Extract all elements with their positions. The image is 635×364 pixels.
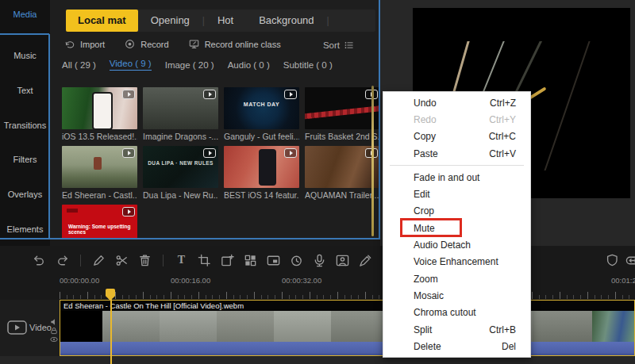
timeline-panel: T 00:00:00.00 00:00:16.00 00:00:32.00 00… bbox=[0, 246, 635, 364]
menu-item-shortcut: Ctrl+Y bbox=[489, 114, 516, 125]
menu-item-chroma-cutout[interactable]: Chroma cutout bbox=[383, 305, 530, 321]
ruler-timestamp: 00:00:32.00 bbox=[282, 276, 321, 285]
media-item-label: Fruits Basket 2nd S... bbox=[305, 132, 380, 141]
video-track-icon bbox=[7, 320, 27, 335]
toolbar-divider bbox=[80, 255, 81, 266]
sidebar-item-elements[interactable]: Elements bbox=[0, 221, 50, 237]
edit-pencil-button[interactable] bbox=[91, 253, 106, 268]
import-button[interactable]: Import bbox=[64, 38, 105, 50]
delete-trash-button[interactable] bbox=[137, 253, 152, 268]
portrait-cutout-button[interactable] bbox=[335, 253, 350, 268]
text-tool-button[interactable]: T bbox=[174, 253, 189, 268]
menu-item-split[interactable]: SplitCtrl+B bbox=[383, 321, 530, 338]
sidebar-nav: Media Music Text Transitions Filters Ove… bbox=[0, 0, 50, 246]
tab-divider: | bbox=[327, 15, 329, 26]
clip-filmstrip bbox=[60, 311, 634, 342]
menu-item-shortcut: Ctrl+C bbox=[489, 131, 516, 142]
menu-item-label: Edit bbox=[414, 189, 430, 200]
thumbnail-overlay-text: MATCH DAY bbox=[224, 102, 299, 107]
filter-video[interactable]: Video ( 9 ) bbox=[110, 59, 152, 71]
filmstrip-frame bbox=[160, 311, 217, 342]
track-lock-icon[interactable] bbox=[50, 327, 58, 335]
sidebar-item-music[interactable]: Music bbox=[0, 48, 50, 63]
video-editor-window: Local mat Opening | Hot Background | Imp… bbox=[0, 0, 635, 364]
menu-item-label: Mosaic bbox=[414, 290, 444, 301]
media-item[interactable]: iOS 13.5 Released!... bbox=[62, 87, 137, 141]
mosaic-button[interactable] bbox=[243, 253, 258, 268]
media-item[interactable]: MATCH DAY Ganguly - Gut feeli... bbox=[224, 87, 299, 141]
filter-all[interactable]: All ( 29 ) bbox=[62, 60, 96, 70]
crop-button[interactable] bbox=[197, 253, 212, 268]
media-item[interactable]: BEST iOS 14 featur... bbox=[224, 146, 299, 200]
record-online-class-button[interactable]: Record online class bbox=[188, 38, 281, 50]
cut-scissors-button[interactable] bbox=[114, 253, 129, 268]
sidebar-item-text[interactable]: Text bbox=[0, 82, 50, 98]
menu-item-voice-enhancement[interactable]: Voice Enhancement bbox=[383, 254, 530, 270]
panel-highlight-border bbox=[0, 238, 380, 239]
track-mute-speaker-icon[interactable] bbox=[50, 318, 58, 326]
media-item-label: Imagine Dragons -... bbox=[143, 132, 218, 141]
filter-subtitle[interactable]: Subtitle ( 0 ) bbox=[283, 60, 333, 70]
pip-button[interactable] bbox=[266, 253, 281, 268]
grass-stalk bbox=[537, 41, 594, 171]
redo-button[interactable] bbox=[55, 253, 70, 268]
sidebar-item-overlays[interactable]: Overlays bbox=[0, 186, 50, 202]
fit-timeline-icon[interactable] bbox=[625, 253, 635, 268]
media-thumbnail bbox=[305, 87, 380, 129]
menu-item-label: Copy bbox=[414, 131, 436, 142]
media-item-label: AQUAMAN Trailer... bbox=[305, 190, 380, 200]
media-item[interactable]: AQUAMAN Trailer... bbox=[305, 146, 380, 200]
video-badge-icon bbox=[284, 90, 297, 99]
speed-clock-button[interactable] bbox=[289, 253, 304, 268]
media-item-label: Ganguly - Gut feeli... bbox=[224, 132, 299, 141]
tab-opening[interactable]: Opening bbox=[138, 10, 202, 32]
menu-item-edit[interactable]: Edit bbox=[383, 186, 530, 202]
menu-item-redo: RedoCtrl+Y bbox=[383, 111, 530, 128]
media-action-bar: Import Record Record online class bbox=[64, 38, 281, 50]
menu-item-zoom[interactable]: Zoom bbox=[383, 270, 530, 287]
import-icon bbox=[64, 38, 75, 50]
menu-item-delete[interactable]: DeleteDel bbox=[383, 338, 530, 354]
ruler-timestamp: 00:00:16.00 bbox=[171, 276, 210, 285]
media-item[interactable]: Warning: Some upsetting scenes bbox=[62, 205, 137, 239]
media-item[interactable]: Ed Sheeran - Castl... bbox=[62, 146, 137, 200]
tab-background[interactable]: Background bbox=[246, 10, 326, 32]
sort-button[interactable]: Sort bbox=[323, 40, 355, 51]
freeze-frame-button[interactable] bbox=[220, 253, 235, 268]
filter-audio[interactable]: Audio ( 0 ) bbox=[228, 60, 270, 70]
sidebar-item-transitions[interactable]: Transitions bbox=[0, 117, 50, 133]
menu-item-audio-detach[interactable]: Audio Detach bbox=[383, 236, 530, 253]
protect-shield-icon[interactable] bbox=[605, 253, 620, 268]
menu-item-label: Audio Detach bbox=[414, 239, 471, 251]
playhead-line[interactable] bbox=[110, 289, 112, 364]
timeline-ruler[interactable] bbox=[60, 287, 635, 299]
undo-button[interactable] bbox=[32, 253, 47, 268]
media-item[interactable]: Fruits Basket 2nd S... bbox=[305, 87, 380, 141]
media-thumbnail bbox=[62, 146, 137, 188]
tab-hot[interactable]: Hot bbox=[205, 10, 246, 32]
media-item[interactable]: DUA LIPA · NEW RULES Dua Lipa - New Ru..… bbox=[143, 146, 218, 200]
menu-item-label: Chroma cutout bbox=[414, 307, 476, 318]
record-button[interactable]: Record bbox=[124, 38, 168, 50]
chroma-pen-button[interactable] bbox=[358, 253, 373, 268]
menu-item-mute[interactable]: Mute bbox=[383, 220, 530, 236]
menu-item-crop[interactable]: Crop bbox=[383, 203, 530, 220]
menu-item-undo[interactable]: UndoCtrl+Z bbox=[383, 94, 530, 111]
menu-item-copy[interactable]: CopyCtrl+C bbox=[383, 128, 530, 145]
sidebar-item-filters[interactable]: Filters bbox=[0, 151, 50, 167]
menu-item-mosaic[interactable]: Mosaic bbox=[383, 287, 530, 304]
media-grid-scrollbar[interactable] bbox=[371, 86, 374, 236]
screen-record-icon bbox=[188, 38, 200, 50]
record-icon bbox=[124, 38, 136, 50]
track-visibility-eye-icon[interactable] bbox=[50, 335, 58, 343]
media-item[interactable]: Imagine Dragons -... bbox=[143, 87, 218, 141]
menu-item-fade[interactable]: Fade in and out bbox=[383, 169, 530, 186]
context-menu: UndoCtrl+Z RedoCtrl+Y CopyCtrl+C PasteCt… bbox=[383, 91, 531, 358]
tab-local-material[interactable]: Local mat bbox=[66, 10, 138, 32]
filter-image[interactable]: Image ( 20 ) bbox=[165, 60, 214, 70]
sort-label: Sort bbox=[323, 40, 340, 50]
voiceover-mic-button[interactable] bbox=[312, 253, 327, 268]
timeline-clip[interactable]: Ed Sheeran - Castle On The Hill [Officia… bbox=[60, 300, 635, 356]
sidebar-item-media[interactable]: Media bbox=[0, 6, 50, 22]
menu-item-paste[interactable]: PasteCtrl+V bbox=[383, 145, 530, 162]
